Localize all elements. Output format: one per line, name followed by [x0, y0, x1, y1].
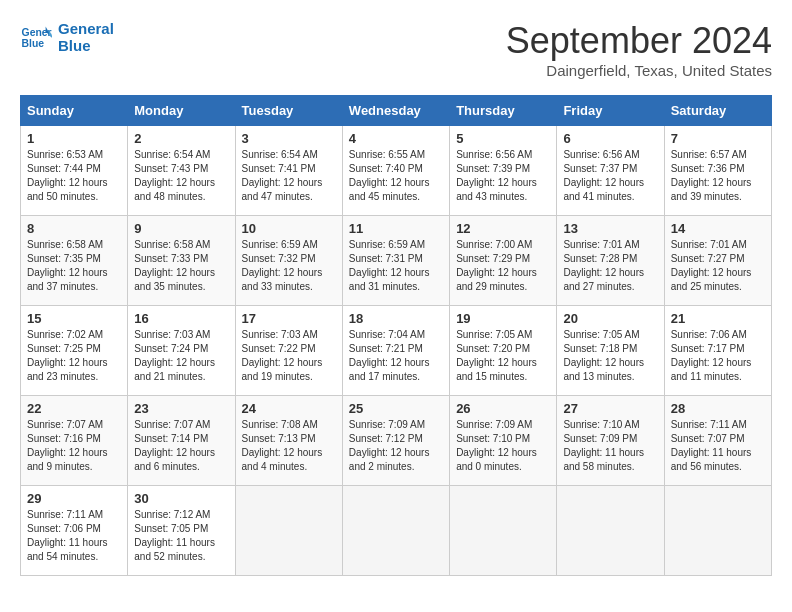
- day-info: Sunrise: 7:03 AMSunset: 7:24 PMDaylight:…: [134, 328, 228, 384]
- calendar-cell: [235, 486, 342, 576]
- day-info: Sunrise: 6:56 AMSunset: 7:39 PMDaylight:…: [456, 148, 550, 204]
- day-info: Sunrise: 7:08 AMSunset: 7:13 PMDaylight:…: [242, 418, 336, 474]
- calendar-cell: 30Sunrise: 7:12 AMSunset: 7:05 PMDayligh…: [128, 486, 235, 576]
- day-info: Sunrise: 7:09 AMSunset: 7:10 PMDaylight:…: [456, 418, 550, 474]
- calendar-cell: 12Sunrise: 7:00 AMSunset: 7:29 PMDayligh…: [450, 216, 557, 306]
- day-info: Sunrise: 7:05 AMSunset: 7:20 PMDaylight:…: [456, 328, 550, 384]
- weekday-header-row: SundayMondayTuesdayWednesdayThursdayFrid…: [21, 96, 772, 126]
- calendar-cell: 22Sunrise: 7:07 AMSunset: 7:16 PMDayligh…: [21, 396, 128, 486]
- day-info: Sunrise: 6:57 AMSunset: 7:36 PMDaylight:…: [671, 148, 765, 204]
- calendar-table: SundayMondayTuesdayWednesdayThursdayFrid…: [20, 95, 772, 576]
- day-number: 26: [456, 401, 550, 416]
- calendar-week-4: 22Sunrise: 7:07 AMSunset: 7:16 PMDayligh…: [21, 396, 772, 486]
- calendar-cell: 23Sunrise: 7:07 AMSunset: 7:14 PMDayligh…: [128, 396, 235, 486]
- weekday-header-thursday: Thursday: [450, 96, 557, 126]
- logo: General Blue GeneralBlue: [20, 20, 114, 54]
- day-info: Sunrise: 7:09 AMSunset: 7:12 PMDaylight:…: [349, 418, 443, 474]
- day-number: 3: [242, 131, 336, 146]
- day-info: Sunrise: 7:06 AMSunset: 7:17 PMDaylight:…: [671, 328, 765, 384]
- title-block: September 2024 Daingerfield, Texas, Unit…: [506, 20, 772, 79]
- svg-text:Blue: Blue: [22, 38, 45, 49]
- calendar-cell: 4Sunrise: 6:55 AMSunset: 7:40 PMDaylight…: [342, 126, 449, 216]
- calendar-cell: 26Sunrise: 7:09 AMSunset: 7:10 PMDayligh…: [450, 396, 557, 486]
- day-info: Sunrise: 6:53 AMSunset: 7:44 PMDaylight:…: [27, 148, 121, 204]
- calendar-cell: 27Sunrise: 7:10 AMSunset: 7:09 PMDayligh…: [557, 396, 664, 486]
- day-info: Sunrise: 7:12 AMSunset: 7:05 PMDaylight:…: [134, 508, 228, 564]
- calendar-cell: 29Sunrise: 7:11 AMSunset: 7:06 PMDayligh…: [21, 486, 128, 576]
- calendar-cell: 14Sunrise: 7:01 AMSunset: 7:27 PMDayligh…: [664, 216, 771, 306]
- day-info: Sunrise: 6:56 AMSunset: 7:37 PMDaylight:…: [563, 148, 657, 204]
- calendar-week-3: 15Sunrise: 7:02 AMSunset: 7:25 PMDayligh…: [21, 306, 772, 396]
- day-number: 29: [27, 491, 121, 506]
- weekday-header-wednesday: Wednesday: [342, 96, 449, 126]
- calendar-week-5: 29Sunrise: 7:11 AMSunset: 7:06 PMDayligh…: [21, 486, 772, 576]
- calendar-cell: 25Sunrise: 7:09 AMSunset: 7:12 PMDayligh…: [342, 396, 449, 486]
- calendar-cell: 9Sunrise: 6:58 AMSunset: 7:33 PMDaylight…: [128, 216, 235, 306]
- calendar-cell: 19Sunrise: 7:05 AMSunset: 7:20 PMDayligh…: [450, 306, 557, 396]
- calendar-cell: 6Sunrise: 6:56 AMSunset: 7:37 PMDaylight…: [557, 126, 664, 216]
- calendar-cell: 24Sunrise: 7:08 AMSunset: 7:13 PMDayligh…: [235, 396, 342, 486]
- day-info: Sunrise: 6:59 AMSunset: 7:31 PMDaylight:…: [349, 238, 443, 294]
- day-info: Sunrise: 6:55 AMSunset: 7:40 PMDaylight:…: [349, 148, 443, 204]
- day-info: Sunrise: 6:58 AMSunset: 7:35 PMDaylight:…: [27, 238, 121, 294]
- day-number: 5: [456, 131, 550, 146]
- day-info: Sunrise: 7:05 AMSunset: 7:18 PMDaylight:…: [563, 328, 657, 384]
- day-info: Sunrise: 6:54 AMSunset: 7:43 PMDaylight:…: [134, 148, 228, 204]
- day-info: Sunrise: 7:01 AMSunset: 7:27 PMDaylight:…: [671, 238, 765, 294]
- weekday-header-tuesday: Tuesday: [235, 96, 342, 126]
- calendar-cell: 28Sunrise: 7:11 AMSunset: 7:07 PMDayligh…: [664, 396, 771, 486]
- page-header: General Blue GeneralBlue September 2024 …: [20, 20, 772, 79]
- day-info: Sunrise: 6:54 AMSunset: 7:41 PMDaylight:…: [242, 148, 336, 204]
- calendar-cell: 17Sunrise: 7:03 AMSunset: 7:22 PMDayligh…: [235, 306, 342, 396]
- calendar-cell: 16Sunrise: 7:03 AMSunset: 7:24 PMDayligh…: [128, 306, 235, 396]
- day-info: Sunrise: 6:58 AMSunset: 7:33 PMDaylight:…: [134, 238, 228, 294]
- day-info: Sunrise: 7:01 AMSunset: 7:28 PMDaylight:…: [563, 238, 657, 294]
- day-info: Sunrise: 7:10 AMSunset: 7:09 PMDaylight:…: [563, 418, 657, 474]
- day-number: 18: [349, 311, 443, 326]
- calendar-cell: [342, 486, 449, 576]
- day-number: 15: [27, 311, 121, 326]
- calendar-cell: 7Sunrise: 6:57 AMSunset: 7:36 PMDaylight…: [664, 126, 771, 216]
- calendar-cell: 21Sunrise: 7:06 AMSunset: 7:17 PMDayligh…: [664, 306, 771, 396]
- day-number: 8: [27, 221, 121, 236]
- day-number: 30: [134, 491, 228, 506]
- day-info: Sunrise: 6:59 AMSunset: 7:32 PMDaylight:…: [242, 238, 336, 294]
- day-number: 25: [349, 401, 443, 416]
- calendar-cell: 10Sunrise: 6:59 AMSunset: 7:32 PMDayligh…: [235, 216, 342, 306]
- day-number: 4: [349, 131, 443, 146]
- day-info: Sunrise: 7:07 AMSunset: 7:16 PMDaylight:…: [27, 418, 121, 474]
- calendar-cell: 13Sunrise: 7:01 AMSunset: 7:28 PMDayligh…: [557, 216, 664, 306]
- day-number: 10: [242, 221, 336, 236]
- day-number: 6: [563, 131, 657, 146]
- calendar-cell: 11Sunrise: 6:59 AMSunset: 7:31 PMDayligh…: [342, 216, 449, 306]
- day-number: 2: [134, 131, 228, 146]
- day-number: 7: [671, 131, 765, 146]
- calendar-cell: [664, 486, 771, 576]
- calendar-cell: 2Sunrise: 6:54 AMSunset: 7:43 PMDaylight…: [128, 126, 235, 216]
- day-number: 21: [671, 311, 765, 326]
- calendar-week-1: 1Sunrise: 6:53 AMSunset: 7:44 PMDaylight…: [21, 126, 772, 216]
- calendar-cell: 8Sunrise: 6:58 AMSunset: 7:35 PMDaylight…: [21, 216, 128, 306]
- calendar-cell: 15Sunrise: 7:02 AMSunset: 7:25 PMDayligh…: [21, 306, 128, 396]
- calendar-cell: [557, 486, 664, 576]
- calendar-cell: 3Sunrise: 6:54 AMSunset: 7:41 PMDaylight…: [235, 126, 342, 216]
- day-number: 9: [134, 221, 228, 236]
- calendar-cell: 20Sunrise: 7:05 AMSunset: 7:18 PMDayligh…: [557, 306, 664, 396]
- calendar-cell: [450, 486, 557, 576]
- day-info: Sunrise: 7:02 AMSunset: 7:25 PMDaylight:…: [27, 328, 121, 384]
- day-info: Sunrise: 7:04 AMSunset: 7:21 PMDaylight:…: [349, 328, 443, 384]
- day-number: 1: [27, 131, 121, 146]
- weekday-header-saturday: Saturday: [664, 96, 771, 126]
- day-number: 13: [563, 221, 657, 236]
- calendar-cell: 1Sunrise: 6:53 AMSunset: 7:44 PMDaylight…: [21, 126, 128, 216]
- calendar-cell: 5Sunrise: 6:56 AMSunset: 7:39 PMDaylight…: [450, 126, 557, 216]
- day-number: 23: [134, 401, 228, 416]
- day-number: 14: [671, 221, 765, 236]
- day-info: Sunrise: 7:00 AMSunset: 7:29 PMDaylight:…: [456, 238, 550, 294]
- location-subtitle: Daingerfield, Texas, United States: [506, 62, 772, 79]
- day-number: 11: [349, 221, 443, 236]
- day-number: 17: [242, 311, 336, 326]
- day-info: Sunrise: 7:11 AMSunset: 7:06 PMDaylight:…: [27, 508, 121, 564]
- weekday-header-monday: Monday: [128, 96, 235, 126]
- weekday-header-friday: Friday: [557, 96, 664, 126]
